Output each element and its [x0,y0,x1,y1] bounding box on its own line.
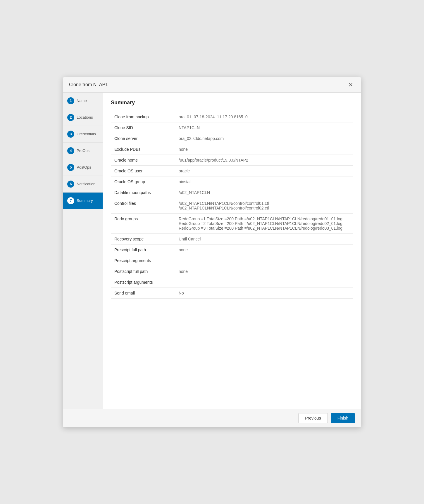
sidebar-item-postops[interactable]: 5PostOps [63,159,103,176]
row-label-9: Redo groups [111,213,175,233]
dialog-title: Clone from NTAP1 [69,82,108,87]
row-value-13: none [175,266,353,277]
row-label-12: Prescript arguments [111,255,175,266]
dialog-header: Clone from NTAP1 ✕ [63,77,361,93]
dialog-body: 1Name2Locations3Credentials4PreOps5PostO… [63,93,361,409]
row-label-11: Prescript full path [111,244,175,255]
row-value-2: ora_02.sddc.netapp.com [175,133,353,144]
dialog-footer: Previous Finish [63,409,361,427]
row-value-5: oracle [175,165,353,176]
main-content: Summary Clone from backupora_01_07-18-20… [103,93,361,409]
clone-dialog: Clone from NTAP1 ✕ 1Name2Locations3Crede… [63,77,361,427]
row-value-3: none [175,144,353,155]
summary-table: Clone from backupora_01_07-18-2024_11.17… [111,112,353,299]
row-label-7: Datafile mountpaths [111,187,175,198]
row-value-12 [175,255,353,266]
table-row: Oracle OS useroracle [111,165,353,176]
row-label-2: Clone server [111,133,175,144]
table-row: Postscript arguments [111,277,353,287]
sidebar-item-preops[interactable]: 4PreOps [63,143,103,159]
row-value-1: NTAP1CLN [175,122,353,133]
row-label-8: Control files [111,198,175,213]
finish-button[interactable]: Finish [331,413,355,423]
previous-button[interactable]: Previous [298,413,328,423]
sidebar-item-summary[interactable]: 7Summary [63,193,103,209]
table-row: Recovery scopeUntil Cancel [111,233,353,244]
row-label-4: Oracle home [111,155,175,165]
row-label-6: Oracle OS group [111,176,175,187]
table-row: Oracle home/u01/app/oracle/product/19.0.… [111,155,353,165]
table-row: Exclude PDBsnone [111,144,353,155]
row-value-10: Until Cancel [175,233,353,244]
step-number-5: 5 [67,164,74,171]
sidebar-item-name[interactable]: 1Name [63,93,103,109]
table-row: Postscript full pathnone [111,266,353,277]
step-number-2: 2 [67,114,74,121]
summary-title: Summary [111,100,353,106]
row-label-0: Clone from backup [111,112,175,122]
sidebar-item-locations[interactable]: 2Locations [63,109,103,126]
table-row: Redo groupsRedoGroup =1 TotalSize =200 P… [111,213,353,233]
step-label-1: Name [77,98,87,103]
table-row: Clone from backupora_01_07-18-2024_11.17… [111,112,353,122]
table-row: Send emailNo [111,287,353,298]
row-value-11: none [175,244,353,255]
step-number-6: 6 [67,181,74,188]
row-value-0: ora_01_07-18-2024_11.17.20.8165_0 [175,112,353,122]
row-value-14 [175,277,353,287]
step-number-4: 4 [67,147,74,154]
step-label-6: Notification [77,182,95,186]
row-value-4: /u01/app/oracle/product/19.0.0/NTAP2 [175,155,353,165]
row-value-6: oinstall [175,176,353,187]
table-row: Clone SIDNTAP1CLN [111,122,353,133]
step-label-4: PreOps [77,148,89,153]
table-row: Prescript arguments [111,255,353,266]
table-row: Oracle OS groupoinstall [111,176,353,187]
close-button[interactable]: ✕ [347,81,355,88]
row-value-8: /u02_NTAP1CLN/NTAP1CLN/control/control01… [175,198,353,213]
step-number-1: 1 [67,97,74,104]
row-value-15: No [175,287,353,298]
table-row: Clone serverora_02.sddc.netapp.com [111,133,353,144]
row-label-1: Clone SID [111,122,175,133]
sidebar-item-credentials[interactable]: 3Credentials [63,126,103,143]
sidebar-item-notification[interactable]: 6Notification [63,176,103,193]
row-value-9: RedoGroup =1 TotalSize =200 Path =/u02_N… [175,213,353,233]
row-label-3: Exclude PDBs [111,144,175,155]
step-label-3: Credentials [77,132,96,136]
row-value-7: /u02_NTAP1CLN [175,187,353,198]
step-label-5: PostOps [77,165,91,169]
sidebar: 1Name2Locations3Credentials4PreOps5PostO… [63,93,103,409]
step-number-3: 3 [67,131,74,138]
row-label-14: Postscript arguments [111,277,175,287]
row-label-10: Recovery scope [111,233,175,244]
row-label-5: Oracle OS user [111,165,175,176]
table-row: Datafile mountpaths/u02_NTAP1CLN [111,187,353,198]
step-number-7: 7 [67,197,74,204]
step-label-7: Summary [77,198,93,203]
row-label-15: Send email [111,287,175,298]
row-label-13: Postscript full path [111,266,175,277]
table-row: Prescript full pathnone [111,244,353,255]
step-label-2: Locations [77,115,93,119]
table-row: Control files/u02_NTAP1CLN/NTAP1CLN/cont… [111,198,353,213]
